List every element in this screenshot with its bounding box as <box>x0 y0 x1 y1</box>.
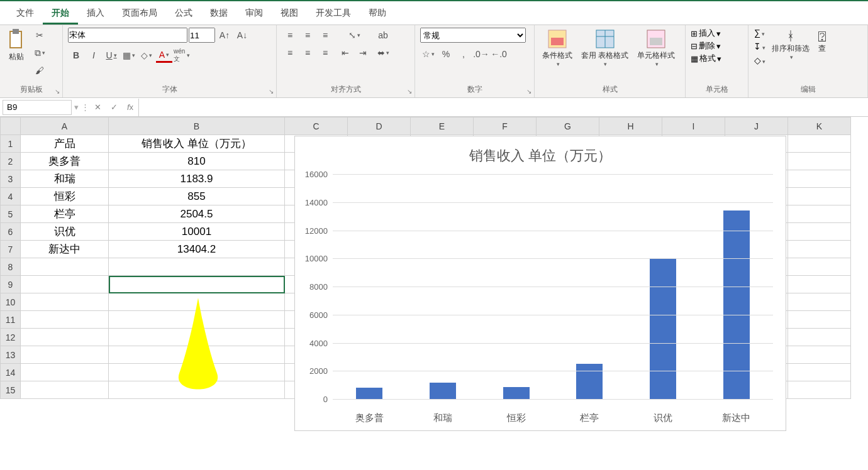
cell-K10[interactable] <box>788 293 851 311</box>
tab-公式[interactable]: 公式 <box>166 4 201 25</box>
cell-A3[interactable]: 和瑞 <box>21 170 109 188</box>
cell-B5[interactable]: 2504.5 <box>109 205 285 223</box>
row-header-10[interactable]: 10 <box>1 293 21 311</box>
border-button[interactable]: ▦ <box>121 48 137 63</box>
table-format-button[interactable]: 套用 表格格式 <box>579 28 631 68</box>
autosum-button[interactable]: ∑ <box>754 28 765 38</box>
tab-数据[interactable]: 数据 <box>201 4 236 25</box>
tab-文件[interactable]: 文件 <box>8 4 43 25</box>
clipboard-launcher[interactable]: ↘ <box>55 88 60 95</box>
cell-B13[interactable] <box>109 346 285 364</box>
row-header-1[interactable]: 1 <box>1 135 21 153</box>
cell-K13[interactable] <box>788 346 851 364</box>
merge-button[interactable]: ⬌ <box>375 45 391 60</box>
bold-button[interactable]: B <box>68 48 84 63</box>
bar-恒彩[interactable] <box>503 387 530 399</box>
cell-B1[interactable]: 销售收入 单位（万元） <box>109 135 285 153</box>
cell-K6[interactable] <box>788 223 851 241</box>
cell-B8[interactable] <box>109 258 285 276</box>
fill-button[interactable]: ↧ <box>754 41 765 52</box>
cell-K2[interactable] <box>788 153 851 170</box>
cell-B6[interactable]: 10001 <box>109 223 285 241</box>
row-header-9[interactable]: 9 <box>1 276 21 293</box>
cell-A15[interactable] <box>21 381 109 399</box>
cell-K12[interactable] <box>788 329 851 346</box>
row-header-4[interactable]: 4 <box>1 188 21 205</box>
name-box[interactable] <box>3 100 72 115</box>
increase-font-icon[interactable]: A↑ <box>216 28 233 43</box>
decrease-font-icon[interactable]: A↓ <box>234 28 250 43</box>
row-header-14[interactable]: 14 <box>1 364 21 381</box>
col-header-J[interactable]: J <box>725 117 788 135</box>
row-header-11[interactable]: 11 <box>1 311 21 329</box>
cell-B14[interactable] <box>109 364 285 381</box>
align-center-icon[interactable]: ≡ <box>299 45 316 60</box>
insert-cells-button[interactable]: ⊞ 插入 ▾ <box>691 28 721 39</box>
row-header-8[interactable]: 8 <box>1 258 21 276</box>
bar-奥多普[interactable] <box>356 388 382 399</box>
wrap-text-button[interactable]: ab <box>375 28 391 43</box>
cell-B11[interactable] <box>109 311 285 329</box>
col-header-H[interactable]: H <box>599 117 662 135</box>
delete-cells-button[interactable]: ⊟ 删除 ▾ <box>691 40 721 52</box>
fx-icon[interactable]: fx <box>122 102 138 112</box>
bar-识优[interactable] <box>650 258 676 399</box>
copy-icon[interactable]: ⧉ <box>31 45 48 60</box>
align-bottom-icon[interactable]: ≡ <box>317 28 333 43</box>
paste-button[interactable]: 粘贴 <box>5 28 28 63</box>
clear-button[interactable]: ◇ <box>754 55 765 65</box>
row-header-2[interactable]: 2 <box>1 153 21 170</box>
row-header-7[interactable]: 7 <box>1 241 21 258</box>
cell-B10[interactable] <box>109 293 285 311</box>
col-header-B[interactable]: B <box>109 117 285 135</box>
embedded-chart[interactable]: 销售收入 单位（万元） 0200040006000800010000120001… <box>294 136 786 431</box>
cell-K14[interactable] <box>788 364 851 381</box>
row-header-5[interactable]: 5 <box>1 205 21 223</box>
cell-A5[interactable]: 栏亭 <box>21 205 109 223</box>
row-header-15[interactable]: 15 <box>1 381 21 399</box>
cell-A8[interactable] <box>21 258 109 276</box>
cell-B3[interactable]: 1183.9 <box>109 170 285 188</box>
cell-K9[interactable] <box>788 276 851 293</box>
cell-K15[interactable] <box>788 381 851 399</box>
col-header-A[interactable]: A <box>21 117 109 135</box>
sort-filter-button[interactable]: ᚼ排序和筛选 <box>769 28 812 62</box>
formula-input[interactable] <box>138 99 868 116</box>
tab-审阅[interactable]: 审阅 <box>236 4 272 25</box>
currency-icon[interactable]: ☆ <box>420 46 437 62</box>
cell-K5[interactable] <box>788 205 851 223</box>
underline-button[interactable]: U <box>103 48 120 63</box>
indent-inc-icon[interactable]: ⇥ <box>355 45 371 60</box>
tab-页面布局[interactable]: 页面布局 <box>113 4 166 25</box>
font-name-select[interactable] <box>68 28 187 43</box>
comma-icon[interactable]: , <box>455 46 472 62</box>
font-size-select[interactable] <box>189 28 215 43</box>
font-launcher[interactable]: ↘ <box>269 88 274 95</box>
number-format-select[interactable]: 常规 <box>420 28 526 43</box>
cell-A14[interactable] <box>21 364 109 381</box>
cell-K11[interactable] <box>788 311 851 329</box>
tab-开始[interactable]: 开始 <box>43 4 78 25</box>
dec-decimal-icon[interactable]: ←.0 <box>491 46 507 62</box>
align-left-icon[interactable]: ≡ <box>282 45 298 60</box>
format-painter-icon[interactable]: 🖌 <box>31 63 48 78</box>
cell-K3[interactable] <box>788 170 851 188</box>
row-header-3[interactable]: 3 <box>1 170 21 188</box>
cell-A6[interactable]: 识优 <box>21 223 109 241</box>
orientation-icon[interactable]: ⤡ <box>346 28 362 43</box>
format-cells-button[interactable]: ▦ 格式 ▾ <box>691 53 721 64</box>
cell-K1[interactable] <box>788 135 851 153</box>
align-launcher[interactable]: ↘ <box>407 88 412 95</box>
italic-button[interactable]: I <box>86 48 102 63</box>
cell-K4[interactable] <box>788 188 851 205</box>
bar-栏亭[interactable] <box>576 364 603 399</box>
cell-B12[interactable] <box>109 329 285 346</box>
conditional-format-button[interactable]: 条件格式 <box>540 28 575 68</box>
cell-B9[interactable] <box>109 276 285 293</box>
indent-dec-icon[interactable]: ⇤ <box>337 45 353 60</box>
bar-和瑞[interactable] <box>430 383 456 399</box>
phonetic-button[interactable]: wén 文 <box>174 48 190 63</box>
col-header-K[interactable]: K <box>788 117 851 135</box>
cell-style-button[interactable]: 单元格样式 <box>635 28 677 68</box>
percent-icon[interactable]: % <box>438 46 454 62</box>
